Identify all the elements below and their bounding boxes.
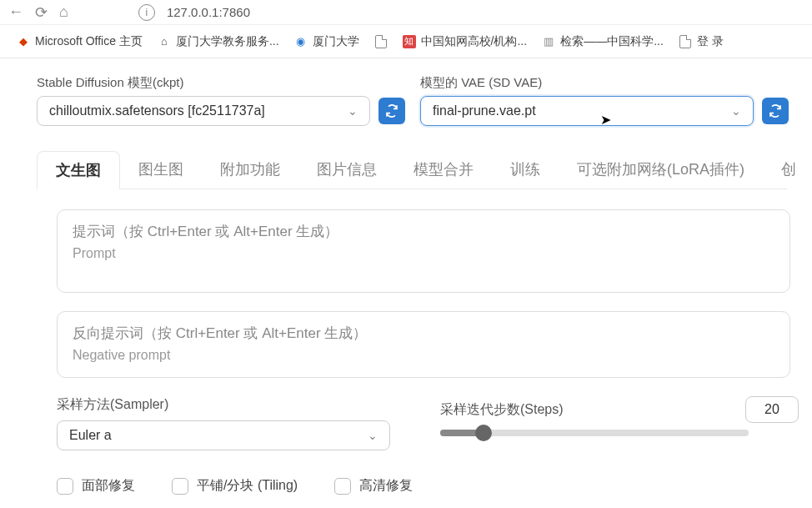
- bookmarks-bar: ◆ Microsoft Office 主页 ⌂ 厦门大学教务服务... ◉ 厦门…: [0, 25, 812, 58]
- steps-slider[interactable]: [440, 430, 749, 436]
- sampler-value: Euler a: [69, 428, 112, 443]
- slider-thumb[interactable]: [475, 425, 492, 441]
- steps-label: 采样迭代步数(Steps): [440, 401, 564, 419]
- bookmark-search[interactable]: ▥ 检索——中国科学...: [542, 34, 664, 49]
- bookmark-file1[interactable]: [374, 35, 388, 48]
- address-bar[interactable]: 127.0.0.1:7860: [167, 5, 250, 19]
- info-icon[interactable]: i: [138, 4, 155, 21]
- reload-icon[interactable]: ⟳: [35, 3, 48, 22]
- checkbox-label: 高清修复: [359, 477, 413, 495]
- browser-nav-bar: ← ⟳ ⌂ i 127.0.0.1:7860: [0, 0, 812, 25]
- sampler-label: 采样方法(Sampler): [57, 396, 390, 414]
- hires-fix-checkbox[interactable]: 高清修复: [334, 477, 413, 495]
- home-icon[interactable]: ⌂: [59, 3, 68, 21]
- negative-prompt-input[interactable]: 反向提示词（按 Ctrl+Enter 或 Alt+Enter 生成） Negat…: [57, 311, 790, 378]
- tab-more[interactable]: 创: [763, 151, 812, 189]
- prompt-placeholder-cn: 提示词（按 Ctrl+Enter 或 Alt+Enter 生成）: [73, 222, 774, 241]
- tab-txt2img[interactable]: 文生图: [37, 151, 120, 189]
- refresh-icon: [385, 104, 398, 118]
- checkbox-box: [334, 478, 351, 495]
- bookmark-label: 中国知网高校/机构...: [421, 34, 528, 49]
- ms-icon: ◆: [17, 35, 30, 48]
- ckpt-select[interactable]: chilloutmix.safetensors [fc2511737a] ⌄: [37, 96, 370, 126]
- bookmark-label: 厦门大学: [313, 34, 359, 49]
- vae-select[interactable]: final-prune.vae.pt ⌄: [420, 96, 754, 126]
- bookmark-ms-office[interactable]: ◆ Microsoft Office 主页: [17, 34, 143, 49]
- bookmark-label: 检索——中国科学...: [560, 34, 664, 49]
- tiling-checkbox[interactable]: 平铺/分块 (Tiling): [172, 477, 298, 495]
- checkbox-label: 面部修复: [82, 477, 135, 495]
- ckpt-value: chilloutmix.safetensors [fc2511737a]: [49, 103, 265, 118]
- bookmark-label: Microsoft Office 主页: [35, 34, 143, 49]
- bookmark-login[interactable]: 登 录: [679, 34, 724, 49]
- bookmark-label: 登 录: [697, 34, 724, 49]
- house-icon: ⌂: [158, 35, 171, 48]
- tab-extras[interactable]: 附加功能: [202, 151, 298, 189]
- vae-value: final-prune.vae.pt: [433, 103, 536, 118]
- checkbox-box: [57, 478, 73, 495]
- sampler-select[interactable]: Euler a ⌄: [57, 420, 390, 450]
- file-icon: [679, 35, 692, 48]
- vae-refresh-button[interactable]: [762, 98, 789, 124]
- tab-pnginfo[interactable]: 图片信息: [298, 151, 395, 189]
- tab-img2img[interactable]: 图生图: [120, 151, 202, 189]
- negprompt-placeholder-cn: 反向提示词（按 Ctrl+Enter 或 Alt+Enter 生成）: [73, 324, 774, 343]
- chevron-down-icon: ⌄: [368, 429, 378, 442]
- bookmark-label: 厦门大学教务服务...: [176, 34, 279, 49]
- prompt-placeholder-en: Prompt: [73, 246, 774, 261]
- chevron-down-icon: ⌄: [731, 104, 741, 118]
- globe-icon: ◉: [294, 35, 308, 48]
- face-restore-checkbox[interactable]: 面部修复: [57, 477, 135, 495]
- bookmark-xmu-jw[interactable]: ⌂ 厦门大学教务服务...: [158, 34, 279, 49]
- back-icon[interactable]: ←: [8, 3, 23, 21]
- checkbox-box: [172, 478, 188, 495]
- zhi-icon: 知: [403, 35, 416, 48]
- refresh-icon: [769, 104, 782, 118]
- ckpt-label: Stable Diffusion 模型(ckpt): [37, 75, 405, 91]
- tab-train[interactable]: 训练: [492, 151, 559, 189]
- main-tabs: 文生图 图生图 附加功能 图片信息 模型合并 训练 可选附加网络(LoRA插件)…: [37, 151, 787, 189]
- bar-icon: ▥: [542, 35, 555, 48]
- checkbox-label: 平铺/分块 (Tiling): [197, 477, 298, 495]
- tab-merge[interactable]: 模型合并: [395, 151, 492, 189]
- vae-label: 模型的 VAE (SD VAE): [420, 75, 789, 91]
- ckpt-refresh-button[interactable]: [378, 98, 405, 124]
- steps-value-input[interactable]: 20: [745, 396, 799, 423]
- bookmark-cnki[interactable]: 知 中国知网高校/机构...: [403, 34, 528, 49]
- tab-lora[interactable]: 可选附加网络(LoRA插件): [559, 151, 763, 189]
- chevron-down-icon: ⌄: [348, 104, 358, 118]
- prompt-input[interactable]: 提示词（按 Ctrl+Enter 或 Alt+Enter 生成） Prompt: [57, 209, 790, 293]
- negprompt-placeholder-en: Negative prompt: [73, 348, 774, 363]
- bookmark-xmu[interactable]: ◉ 厦门大学: [294, 34, 359, 49]
- file-icon: [374, 35, 388, 48]
